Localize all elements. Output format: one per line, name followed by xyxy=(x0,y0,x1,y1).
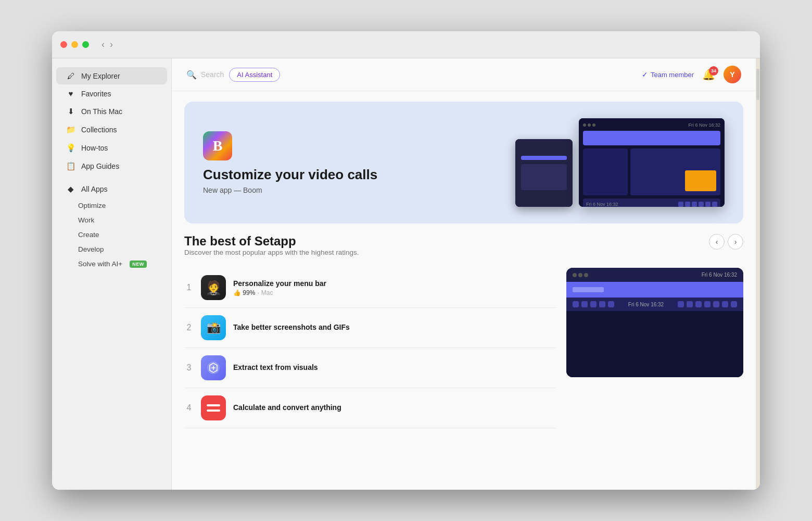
scrollbar-track[interactable] xyxy=(756,58,760,490)
guide-icon: 📋 xyxy=(66,162,76,171)
app-rank: 1 xyxy=(184,283,194,292)
sidebar-item-all-apps[interactable]: ◆ All Apps xyxy=(56,180,167,198)
close-button[interactable] xyxy=(60,41,67,48)
sidebar-item-optimize[interactable]: Optimize xyxy=(56,199,167,213)
maximize-button[interactable] xyxy=(82,41,89,48)
section-subtitle: Discover the most popular apps with the … xyxy=(184,249,359,256)
sidebar-item-work[interactable]: Work xyxy=(56,213,167,227)
mock-screen: Fri 6 Nov 16:32 Fr xyxy=(579,118,725,207)
preview-image: Fri 6 Nov 16:32 xyxy=(566,268,743,377)
search-icon: 🔍 xyxy=(186,70,197,80)
list-item[interactable]: 4 Calculate and convert anything xyxy=(184,388,556,428)
sidebar-item-create[interactable]: Create xyxy=(56,228,167,242)
search-placeholder: Search xyxy=(201,70,224,79)
section-header: The best of Setapp Discover the most pop… xyxy=(184,234,743,266)
minimize-button[interactable] xyxy=(71,41,78,48)
sidebar-label-how-tos: How-tos xyxy=(81,144,108,152)
favorites-icon: ♥ xyxy=(66,89,76,98)
screenshot-bg xyxy=(515,139,573,207)
app-name: Extract text from visuals xyxy=(233,363,556,371)
lightbulb-icon: 💡 xyxy=(66,143,76,153)
preview-panel: Fri 6 Nov 16:32 xyxy=(566,268,743,428)
sidebar-label-work: Work xyxy=(78,216,94,224)
apps-list: 1 🤵 Personalize your menu bar 👍 99% · Ma… xyxy=(184,268,556,428)
sidebar-item-solve-with-ai[interactable]: Solve with AI+ NEW xyxy=(56,257,167,271)
topbar-right: ✓ Team member 🔔 34 Y xyxy=(642,66,741,83)
list-item[interactable]: 3 Extract text from visuals xyxy=(184,348,556,388)
content-area: 🖊 My Explorer ♥ Favorites ⬇ On This Mac … xyxy=(52,58,760,490)
best-section: The best of Setapp Discover the most pop… xyxy=(172,234,756,441)
back-button[interactable]: ‹ xyxy=(102,39,105,50)
titlebar: ‹ › xyxy=(52,31,760,58)
sidebar-label-on-this-mac: On This Mac xyxy=(81,107,122,116)
main-content: 🔍 Search AI Assistant ✓ Team member 🔔 34… xyxy=(172,58,756,490)
hero-app-icon: B xyxy=(203,131,232,160)
text-icon xyxy=(201,355,226,380)
app-rank: 4 xyxy=(184,403,194,413)
app-name: Calculate and convert anything xyxy=(233,403,556,412)
hero-content-left: B Customize your video calls New app — B… xyxy=(203,131,377,194)
dot-separator: · xyxy=(257,289,259,296)
sidebar-item-favorites[interactable]: ♥ Favorites xyxy=(56,85,167,102)
sidebar: 🖊 My Explorer ♥ Favorites ⬇ On This Mac … xyxy=(52,58,172,490)
list-item[interactable]: 1 🤵 Personalize your menu bar 👍 99% · Ma… xyxy=(184,268,556,308)
hero-screenshot-small xyxy=(515,139,573,207)
apps-with-preview: 1 🤵 Personalize your menu bar 👍 99% · Ma… xyxy=(184,268,743,428)
app-info: Personalize your menu bar 👍 99% · Mac xyxy=(233,279,556,296)
list-item[interactable]: 2 📸 Take better screenshots and GIFs xyxy=(184,308,556,348)
notification-button[interactable]: 🔔 34 xyxy=(702,68,715,81)
bartender-icon: 🤵 xyxy=(201,275,226,300)
app-info: Take better screenshots and GIFs xyxy=(233,323,556,333)
app-platform: Mac xyxy=(261,289,273,296)
app-info: Extract text from visuals xyxy=(233,363,556,373)
app-rank: 2 xyxy=(184,323,194,332)
app-window: ‹ › 🖊 My Explorer ♥ Favorites ⬇ On This … xyxy=(52,31,760,490)
hero-title: Customize your video calls xyxy=(203,167,377,183)
download-icon: ⬇ xyxy=(66,107,76,116)
svg-rect-4 xyxy=(207,410,220,412)
search-box[interactable]: 🔍 Search xyxy=(186,70,224,80)
app-icon-cleanshot: 📸 xyxy=(201,315,226,340)
app-icon-calc xyxy=(201,395,226,420)
sidebar-item-on-this-mac[interactable]: ⬇ On This Mac xyxy=(56,103,167,120)
diamond-icon: ◆ xyxy=(66,184,76,194)
explorer-icon: 🖊 xyxy=(66,71,76,80)
section-prev-button[interactable]: ‹ xyxy=(709,234,725,250)
sidebar-item-develop[interactable]: Develop xyxy=(56,242,167,256)
app-meta: 👍 99% · Mac xyxy=(233,289,556,296)
navigation-arrows: ‹ › xyxy=(102,39,113,50)
sidebar-item-app-guides[interactable]: 📋 App Guides xyxy=(56,157,167,175)
svg-rect-3 xyxy=(207,404,220,406)
calc-icon xyxy=(201,395,226,420)
hero-banner[interactable]: B Customize your video calls New app — B… xyxy=(184,102,743,224)
section-title-area: The best of Setapp Discover the most pop… xyxy=(184,234,359,266)
app-rating: 👍 99% xyxy=(233,289,255,296)
avatar[interactable]: Y xyxy=(724,66,741,83)
sidebar-item-collections[interactable]: 📁 Collections xyxy=(56,121,167,139)
sidebar-label-create: Create xyxy=(78,231,99,239)
notification-badge: 34 xyxy=(709,66,718,76)
team-member-label: ✓ Team member xyxy=(642,70,694,79)
ai-assistant-button[interactable]: AI Assistant xyxy=(229,68,280,82)
hero-screenshot-large: Fri 6 Nov 16:32 Fr xyxy=(579,118,725,207)
section-next-button[interactable]: › xyxy=(728,234,743,250)
sidebar-item-my-explorer[interactable]: 🖊 My Explorer xyxy=(56,67,167,84)
hero-subtitle: New app — Boom xyxy=(203,186,377,194)
hero-content-right: Fri 6 Nov 16:32 Fr xyxy=(515,118,725,207)
search-area: 🔍 Search AI Assistant xyxy=(186,68,280,82)
topbar: 🔍 Search AI Assistant ✓ Team member 🔔 34… xyxy=(172,58,756,91)
cleanshot-icon: 📸 xyxy=(201,315,226,340)
sidebar-label-develop: Develop xyxy=(78,245,104,253)
section-title: The best of Setapp xyxy=(184,234,359,249)
app-icon-bartender: 🤵 xyxy=(201,275,226,300)
sidebar-label-collections: Collections xyxy=(81,126,117,134)
sidebar-item-how-tos[interactable]: 💡 How-tos xyxy=(56,139,167,157)
app-rank: 3 xyxy=(184,363,194,373)
app-info: Calculate and convert anything xyxy=(233,403,556,413)
scrollbar-thumb[interactable] xyxy=(756,69,759,100)
new-badge: NEW xyxy=(130,260,147,268)
folder-icon: 📁 xyxy=(66,125,76,134)
sidebar-label-favorites: Favorites xyxy=(81,90,111,98)
sidebar-label-optimize: Optimize xyxy=(78,202,106,209)
forward-button[interactable]: › xyxy=(110,39,113,50)
